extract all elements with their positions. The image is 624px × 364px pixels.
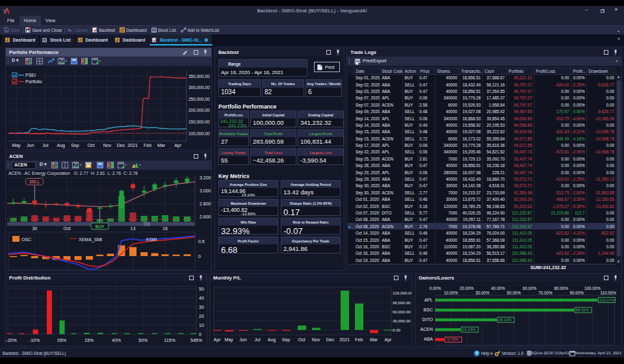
- svg-text:?: ?: [476, 351, 478, 356]
- svg-text:350,000.00: 350,000.00: [188, 74, 210, 79]
- svg-text:Portfolio: Portfolio: [25, 79, 42, 84]
- svg-text:16.24%: 16.24%: [462, 328, 476, 332]
- svg-text:88.32%: 88.32%: [576, 308, 590, 312]
- svg-text:30: 30: [32, 226, 37, 231]
- svg-text:15%: 15%: [84, 338, 94, 343]
- svg-text:XEMA_SMI: XEMA_SMI: [79, 237, 102, 242]
- svg-text:30: 30: [199, 305, 204, 309]
- svg-text:0.00: 0.00: [393, 328, 401, 332]
- svg-text:May: May: [224, 337, 233, 343]
- svg-text:-5.73%: -5.73%: [446, 337, 459, 341]
- svg-text:Aug: Aug: [57, 143, 66, 148]
- svg-text:0: 0: [199, 332, 202, 337]
- svg-text:Apr: Apr: [214, 337, 222, 343]
- svg-text:50: 50: [199, 287, 204, 291]
- svg-text:250,000.00: 250,000.00: [188, 97, 210, 101]
- svg-text:150,000.00: 150,000.00: [188, 120, 210, 124]
- svg-text:Feb: Feb: [144, 143, 151, 148]
- svg-text:16: 16: [162, 226, 168, 231]
- svg-text:2021: 2021: [339, 337, 350, 342]
- svg-text:30,000.00: 30,000.00: [393, 318, 411, 323]
- svg-text:Jun: Jun: [239, 337, 246, 342]
- svg-text:XSMI: XSMI: [146, 237, 157, 242]
- svg-text:40.00%: 40.00%: [491, 286, 506, 291]
- svg-text:Nov: Nov: [103, 143, 112, 148]
- svg-text:90.00%: 90.00%: [570, 291, 584, 295]
- svg-text:SELL: SELL: [29, 179, 40, 184]
- svg-text:2.600: 2.600: [200, 214, 211, 219]
- svg-text:40%: 40%: [112, 338, 121, 343]
- svg-text:10.00%: 10.00%: [444, 291, 458, 295]
- svg-text:-10%: -10%: [29, 338, 40, 343]
- svg-text:3.200: 3.200: [200, 176, 211, 180]
- svg-text:0.5: 0.5: [198, 239, 205, 244]
- svg-text:545%: 545%: [190, 338, 202, 343]
- svg-text:39.13%: 39.13%: [499, 318, 512, 322]
- svg-text:Aug: Aug: [268, 337, 276, 343]
- svg-text:Mar: Mar: [157, 143, 166, 148]
- svg-text:50.00%: 50.00%: [507, 291, 521, 295]
- svg-text:Jul: Jul: [255, 337, 261, 342]
- svg-text:Jul: Jul: [42, 143, 48, 148]
- svg-text:APL: APL: [424, 298, 433, 302]
- svg-text:BSC: BSC: [424, 307, 433, 312]
- svg-text:BUY: BUY: [96, 224, 105, 229]
- svg-text:Dec: Dec: [117, 143, 125, 148]
- svg-text:40: 40: [199, 296, 204, 300]
- svg-text:Mar: Mar: [370, 337, 378, 342]
- svg-text:30.00%: 30.00%: [475, 291, 489, 295]
- svg-text:103.27%: 103.27%: [599, 298, 615, 302]
- svg-text:200,000.00: 200,000.00: [188, 108, 210, 112]
- svg-text:110.00%: 110.00%: [600, 291, 616, 295]
- svg-text:Sep: Sep: [282, 337, 291, 343]
- svg-text:Oct: Oct: [88, 143, 95, 148]
- svg-text:60.00%: 60.00%: [523, 286, 537, 291]
- svg-text:Nov: Nov: [312, 337, 320, 342]
- svg-text:-20%: -20%: [6, 338, 16, 343]
- svg-text:70.00%: 70.00%: [538, 291, 552, 295]
- svg-text:ABA: ABA: [424, 337, 433, 341]
- svg-text:10: 10: [199, 323, 204, 328]
- svg-text:Dec: Dec: [326, 337, 335, 342]
- svg-text:2021: 2021: [127, 143, 138, 148]
- svg-text:13: 13: [131, 226, 136, 231]
- svg-text:300,000.00: 300,000.00: [188, 85, 210, 90]
- svg-text:OSC: OSC: [21, 237, 31, 242]
- svg-text:2.800: 2.800: [200, 202, 211, 206]
- svg-text:100,000.00: 100,000.00: [188, 131, 210, 136]
- svg-text:50%: 50%: [138, 338, 148, 343]
- svg-text:Apr: Apr: [174, 143, 182, 148]
- svg-text:ACEN: ACEN: [421, 327, 433, 332]
- svg-text:120,000.00: 120,000.00: [393, 291, 411, 295]
- svg-text:Oct: Oct: [64, 226, 71, 231]
- svg-text:20.00%: 20.00%: [460, 286, 474, 291]
- svg-text:Feb: Feb: [355, 337, 363, 342]
- svg-text:Jun: Jun: [27, 143, 34, 148]
- svg-text:0: 0: [198, 254, 201, 259]
- svg-text:115%: 115%: [164, 338, 175, 343]
- svg-text:90,000.00: 90,000.00: [393, 300, 411, 305]
- svg-text:DITO: DITO: [422, 317, 433, 322]
- svg-text:Sep: Sep: [71, 143, 79, 148]
- svg-text:05%: 05%: [57, 338, 66, 343]
- svg-text:Oct: Oct: [298, 337, 306, 342]
- svg-text:20: 20: [199, 314, 204, 318]
- svg-text:3.000: 3.000: [200, 188, 211, 193]
- svg-text:80.00%: 80.00%: [554, 286, 568, 291]
- svg-text:Apr: Apr: [385, 337, 393, 343]
- svg-text:May: May: [12, 143, 21, 148]
- svg-text:60,000.00: 60,000.00: [393, 309, 411, 314]
- svg-text:100.00%: 100.00%: [584, 286, 601, 291]
- svg-text:0.00%: 0.00%: [430, 286, 441, 291]
- svg-text:PSEI: PSEI: [25, 73, 36, 77]
